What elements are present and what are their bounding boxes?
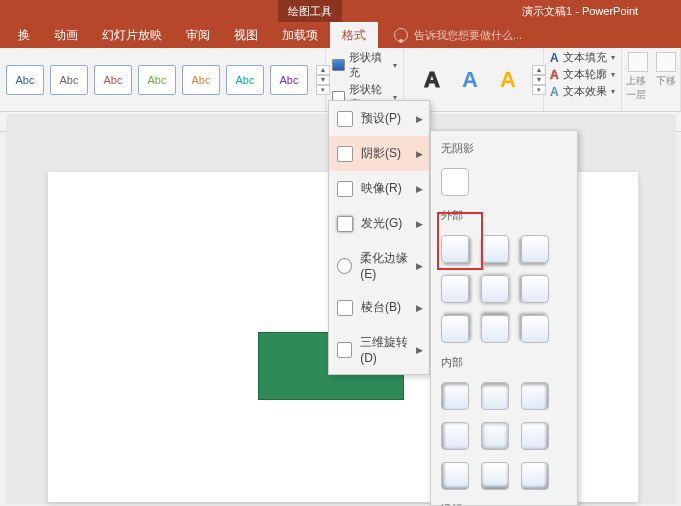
shape-fill-button[interactable]: 形状填充▾ [332, 50, 397, 80]
shadow-inner-header: 内部 [431, 349, 577, 376]
shape-effects-menu: 预设(P)▶ 阴影(S)▶ 映像(R)▶ 发光(G)▶ 柔化边缘(E)▶ 棱台(… [328, 100, 430, 375]
shadow-none-header: 无阴影 [431, 135, 577, 162]
fx-reflection[interactable]: 映像(R)▶ [329, 171, 429, 206]
forward-icon [628, 52, 648, 72]
chevron-right-icon: ▶ [416, 261, 423, 271]
drawing-tools-tab: 绘图工具 [278, 0, 342, 22]
style-item[interactable]: Abc [270, 65, 308, 95]
text-outline-icon: A [550, 68, 559, 82]
caret-icon: ▾ [611, 70, 615, 79]
shadow-inner-5[interactable] [481, 422, 509, 450]
preset-icon [337, 111, 353, 127]
soft-edges-icon [337, 258, 352, 274]
title-bar: 绘图工具 演示文稿1 - PowerPoint [0, 0, 681, 22]
shadow-icon [337, 146, 353, 162]
chevron-right-icon: ▶ [416, 149, 423, 159]
chevron-right-icon: ▶ [416, 184, 423, 194]
bring-forward-button[interactable]: 上移一层 [626, 52, 650, 102]
style-item[interactable]: Abc [138, 65, 176, 95]
text-fill-button[interactable]: A文本填充▾ [550, 50, 615, 65]
shadow-outer-2[interactable] [481, 235, 509, 263]
fx-preset[interactable]: 预设(P)▶ [329, 101, 429, 136]
text-fill-icon: A [550, 51, 559, 65]
wordart-gallery[interactable]: A A A ▲ ▼ ▾ [410, 65, 552, 95]
send-backward-button[interactable]: 下移 [656, 52, 676, 88]
chevron-right-icon: ▶ [416, 114, 423, 124]
wordart-item[interactable]: A [416, 65, 448, 95]
shadow-inner-9[interactable] [521, 462, 549, 490]
tab-transitions[interactable]: 换 [6, 22, 42, 49]
shadow-outer-5[interactable] [481, 275, 509, 303]
style-item[interactable]: Abc [6, 65, 44, 95]
tab-addins[interactable]: 加载项 [270, 22, 330, 49]
shadow-outer-6[interactable] [521, 275, 549, 303]
caret-icon: ▾ [611, 87, 615, 96]
tab-format[interactable]: 格式 [330, 22, 378, 49]
text-outline-button[interactable]: A文本轮廓▾ [550, 67, 615, 82]
shadow-inner-8[interactable] [481, 462, 509, 490]
tab-slideshow[interactable]: 幻灯片放映 [90, 22, 174, 49]
bevel-icon [337, 300, 353, 316]
text-effects-icon: A [550, 85, 559, 99]
shadow-inner-1[interactable] [441, 382, 469, 410]
caret-icon: ▾ [393, 61, 397, 70]
fx-shadow[interactable]: 阴影(S)▶ [329, 136, 429, 171]
wordart-item[interactable]: A [454, 65, 486, 95]
backward-icon [656, 52, 676, 72]
ribbon-tabs: 换 动画 幻灯片放映 审阅 视图 加载项 格式 告诉我您想要做什么... [0, 22, 681, 48]
chevron-right-icon: ▶ [416, 345, 423, 355]
style-item[interactable]: Abc [50, 65, 88, 95]
shadow-inner-4[interactable] [441, 422, 469, 450]
reflection-icon [337, 181, 353, 197]
fx-soft-edges[interactable]: 柔化边缘(E)▶ [329, 241, 429, 290]
tab-review[interactable]: 审阅 [174, 22, 222, 49]
lightbulb-icon [394, 28, 408, 42]
shadow-inner-7[interactable] [441, 462, 469, 490]
shadow-outer-7[interactable] [441, 315, 469, 343]
style-item[interactable]: Abc [94, 65, 132, 95]
shape-styles-gallery[interactable]: Abc Abc Abc Abc Abc Abc Abc ▲ ▼ ▾ [6, 65, 330, 95]
shadow-inner-6[interactable] [521, 422, 549, 450]
shadow-perspective-header: 透视 [431, 496, 577, 506]
wordart-item[interactable]: A [492, 65, 524, 95]
shadow-outer-8[interactable] [481, 315, 509, 343]
shadow-inner-3[interactable] [521, 382, 549, 410]
shadow-outer-4[interactable] [441, 275, 469, 303]
shadow-outer-1[interactable] [441, 235, 469, 263]
chevron-right-icon: ▶ [416, 219, 423, 229]
fx-glow[interactable]: 发光(G)▶ [329, 206, 429, 241]
tab-animations[interactable]: 动画 [42, 22, 90, 49]
shadow-gallery: 无阴影 外部 内部 透视 [430, 130, 578, 506]
fx-3d-rotation[interactable]: 三维旋转(D)▶ [329, 325, 429, 374]
tab-view[interactable]: 视图 [222, 22, 270, 49]
caret-icon: ▾ [611, 53, 615, 62]
arrange-group: 上移一层 下移 [622, 48, 680, 106]
shadow-outer-3[interactable] [521, 235, 549, 263]
glow-icon [337, 216, 353, 232]
text-effects-button[interactable]: A文本效果▾ [550, 84, 615, 99]
style-item[interactable]: Abc [182, 65, 220, 95]
style-item[interactable]: Abc [226, 65, 264, 95]
document-title: 演示文稿1 - PowerPoint [522, 4, 638, 19]
rotation-icon [337, 342, 352, 358]
chevron-right-icon: ▶ [416, 303, 423, 313]
fx-bevel[interactable]: 棱台(B)▶ [329, 290, 429, 325]
bucket-icon [332, 59, 345, 71]
shadow-none[interactable] [441, 168, 469, 196]
shadow-outer-9[interactable] [521, 315, 549, 343]
shadow-inner-2[interactable] [481, 382, 509, 410]
shadow-outer-header: 外部 [431, 202, 577, 229]
tell-me-search[interactable]: 告诉我您想要做什么... [382, 23, 534, 48]
tell-me-placeholder: 告诉我您想要做什么... [414, 28, 522, 43]
